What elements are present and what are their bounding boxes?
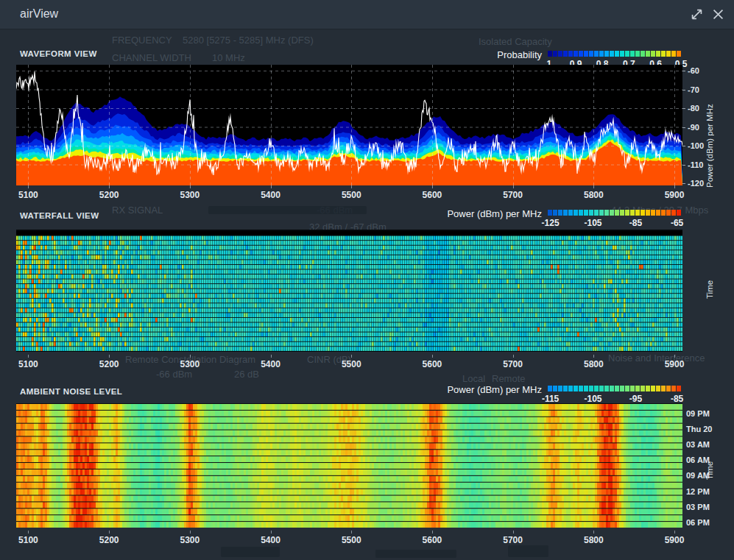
x-tick-label: 5900 [665,359,685,369]
x-tick-label: 5700 [503,190,523,200]
x-tick-mark [513,531,514,534]
colorbar-block [620,386,624,391]
x-tick-label: 5100 [18,359,38,369]
time-label: 06 PM [686,518,710,527]
expand-icon[interactable] [690,7,704,21]
ghost-shape [221,547,280,557]
colorbar-tick-label: -95 [629,394,642,404]
colorbar-tick-label: -105 [585,394,602,404]
x-tick-mark [593,185,594,188]
colorbar-block [574,386,578,391]
ghost-text: FREQUENCY [112,35,172,46]
x-tick-mark [190,531,191,534]
colorbar-block [666,386,671,391]
colorbar-block [589,386,593,391]
x-tick-mark [593,531,594,534]
ambient-section-title: AMBIENT NOISE LEVEL [20,387,122,396]
colorbar-block [563,210,568,216]
x-tick-label: 5700 [503,359,523,369]
x-tick-mark [271,355,272,358]
colorbar-block [589,210,593,216]
y-tick-label: -120 [688,179,704,188]
x-tick-label: 5300 [180,190,200,200]
ghost-text: Local [462,373,485,384]
colorbar-block [677,210,681,216]
waterfall-colorbar [548,210,681,216]
x-tick-mark [109,355,110,358]
ghost-shape [208,206,367,214]
colorbar-tick-label: -125 [542,218,560,228]
x-tick-mark [28,531,29,534]
colorbar-block [671,51,676,57]
y-tick-mark [682,165,685,166]
y-tick-label: -110 [688,160,703,169]
y-tick-mark [682,183,685,184]
colorbar-block [599,210,604,216]
colorbar-block [646,386,650,391]
colorbar-block [568,210,573,216]
colorbar-block [594,51,599,57]
x-tick-mark [109,185,110,188]
colorbar-block [558,210,562,216]
probability-colorbar [548,51,681,57]
ambient-y-axis-label: Time [705,444,714,496]
colorbar-tick-label: -85 [671,394,683,404]
colorbar-block [553,51,557,57]
colorbar-block [666,51,671,57]
x-tick-label: 5300 [180,535,200,545]
ambient-legend-label: Power (dBm) per MHz [412,384,542,395]
colorbar-block [630,51,635,57]
colorbar-block [594,386,599,391]
x-tick-mark [593,355,594,358]
colorbar-block [589,51,593,57]
y-tick-mark [682,146,685,146]
x-tick-label: 5100 [18,535,38,545]
ambient-colorbar [548,386,681,391]
x-tick-mark [351,355,352,358]
colorbar-block [568,51,573,57]
x-tick-label: 5900 [665,535,685,545]
x-tick-mark [28,185,29,188]
colorbar-block [548,210,552,216]
colorbar-block [656,386,660,391]
colorbar-block [625,386,629,391]
colorbar-block [548,51,552,57]
x-tick-label: 5500 [342,359,361,369]
colorbar-block [579,51,583,57]
ghost-shape [375,550,456,558]
colorbar-block [615,210,619,216]
x-tick-label: 5900 [665,190,685,200]
colorbar-block [651,210,655,216]
ghost-text: 10 MHz [212,52,245,63]
x-tick-mark [674,185,675,188]
close-icon[interactable] [711,7,725,21]
y-tick-mark [682,127,685,128]
colorbar-block [563,386,568,391]
waterfall-section-title: WATERFALL VIEW [20,211,99,220]
colorbar-block [574,210,578,216]
colorbar-block [553,386,557,391]
colorbar-block [646,210,650,216]
x-tick-label: 5800 [584,190,604,200]
waveform-y-axis-label: Power (dBm) per MHz [705,87,714,205]
ghost-text: CHANNEL WIDTH [112,52,191,63]
colorbar-block [584,386,588,391]
waterfall-legend-label: Power (dBm) per MHz [412,208,542,219]
time-label: 09 PM [686,409,710,418]
x-tick-label: 5500 [342,535,361,545]
x-tick-mark [351,185,352,188]
y-tick-mark [682,71,685,71]
x-tick-mark [190,185,191,188]
colorbar-block [553,210,557,216]
colorbar-block [641,386,645,391]
ghost-text: 5280 [5275 - 5285] MHz (DFS) [183,35,314,46]
colorbar-block [610,386,614,391]
y-tick-mark [682,90,685,91]
x-tick-label: 5300 [180,359,200,369]
time-label: Thu 20 [686,425,712,433]
colorbar-block [656,210,660,216]
x-tick-label: 5600 [423,359,442,369]
x-tick-mark [674,355,675,358]
x-tick-mark [271,185,272,188]
x-tick-label: 5400 [261,535,280,545]
